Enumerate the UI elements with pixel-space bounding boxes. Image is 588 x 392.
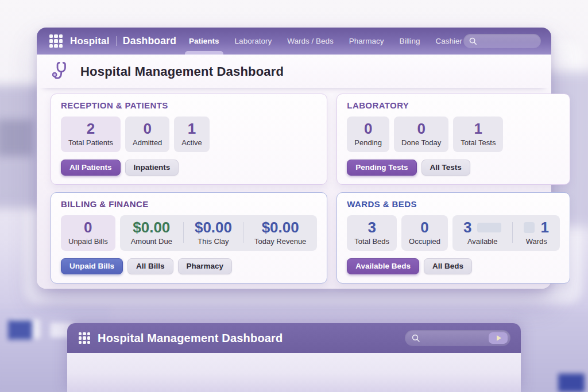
play-icon — [497, 335, 501, 341]
stat-label: Total Tests — [461, 138, 496, 147]
nav-item-patients[interactable]: Patients — [188, 28, 220, 55]
buttons-row: Unpaid Bills All Bills Pharmacy — [61, 251, 317, 274]
all-bills-button[interactable]: All Bills — [127, 258, 173, 274]
stat-this-day: $0.00 This Clay — [184, 219, 243, 246]
secondary-window: Hospital Management Dashboard — [67, 323, 521, 392]
nav-item-wards-beds[interactable]: Wards / Beds — [286, 28, 335, 55]
brand-divider — [116, 36, 117, 46]
search-input[interactable] — [463, 34, 541, 48]
all-patients-button[interactable]: All Patients — [61, 160, 121, 176]
all-beds-button[interactable]: All Beds — [424, 258, 472, 274]
section-title: Dashboard — [123, 35, 176, 47]
nav-items: Patients Laboratory Wards / Beds Pharmac… — [188, 28, 463, 55]
stat-label: Admitted — [133, 138, 162, 147]
search-go-button[interactable] — [489, 332, 508, 344]
secondary-window-body — [67, 353, 521, 392]
stat-unpaid-bills: 0 Unpaid Bills — [61, 215, 115, 251]
search-input[interactable] — [405, 330, 510, 346]
buttons-row: Available Beds All Beds — [347, 251, 560, 274]
page-header: Hospital Management Dashboard — [37, 55, 551, 88]
card-title: BILLING & FINANCE — [61, 199, 317, 209]
stat-label: Total Beds — [354, 237, 389, 246]
skeleton-placeholder — [477, 223, 501, 232]
search-icon — [469, 37, 477, 45]
card-title: WARDS & BEDS — [347, 199, 560, 209]
background-blue-sign — [558, 374, 585, 392]
stats-row: 0 Unpaid Bills $0.00 Amount Due $0.00 Th… — [61, 215, 317, 251]
stat-amount-due: $0.00 Amount Due — [120, 219, 183, 246]
stat-value: 1 — [461, 121, 496, 137]
stat-label: Done Today — [401, 138, 441, 147]
stat-value: $0.00 — [195, 219, 232, 235]
stat-value: 0 — [354, 121, 382, 137]
stat-total-tests: 1 Total Tests — [453, 117, 503, 152]
main-window: Hospital Dashboard Patients Laboratory W… — [37, 28, 551, 289]
stats-row: 0 Pending 0 Done Today 1 Total Tests — [347, 117, 560, 152]
stat-label: Available — [463, 237, 501, 246]
stat-value: 0 — [409, 219, 440, 235]
background-blue-sign — [8, 320, 32, 340]
stat-total-patients: 2 Total Patients — [61, 117, 121, 152]
available-beds-button[interactable]: Available Beds — [347, 258, 419, 274]
stat-label: Active — [181, 138, 202, 147]
stat-value: 1 — [540, 219, 548, 235]
app-grid-icon[interactable] — [79, 332, 90, 344]
all-tests-button[interactable]: All Tests — [421, 160, 470, 176]
top-navbar: Hospital Dashboard Patients Laboratory W… — [37, 28, 551, 55]
inpatients-button[interactable]: Inpatients — [125, 160, 179, 176]
stat-value: 2 — [68, 121, 113, 137]
stethoscope-icon — [52, 61, 73, 83]
card-reception-patients: RECEPTION & PATIENTS 2 Total Patients 0 … — [51, 94, 327, 185]
stat-label: Today Revenue — [254, 237, 306, 246]
stat-total-beds: 3 Total Beds — [347, 215, 397, 251]
pending-tests-button[interactable]: Pending Tests — [347, 160, 416, 176]
nav-item-cashier[interactable]: Cashier — [435, 28, 464, 55]
stat-label: Amount Due — [131, 237, 172, 246]
stat-value: $0.00 — [131, 219, 172, 235]
secondary-window-header: Hospital Management Dashboard — [67, 323, 521, 353]
stats-row: 3 Total Beds 0 Occupied 3 Available — [347, 215, 560, 251]
background-blur-shape — [0, 85, 42, 208]
brand-name: Hospital — [70, 36, 110, 47]
stat-occupied: 0 Occupied — [401, 215, 448, 251]
nav-item-pharmacy[interactable]: Pharmacy — [348, 28, 385, 55]
stat-label: Unpaid Bills — [68, 237, 108, 246]
stat-pending: 0 Pending — [347, 117, 389, 152]
app-grid-icon[interactable] — [49, 34, 63, 48]
card-wards-beds: WARDS & BEDS 3 Total Beds 0 Occupied 3 — [336, 192, 570, 284]
stat-label: Wards — [524, 237, 548, 246]
secondary-window-title: Hospital Management Dashboard — [98, 332, 283, 345]
pharmacy-button[interactable]: Pharmacy — [178, 258, 233, 274]
background-blur-shape — [0, 119, 33, 156]
stats-row: 2 Total Patients 0 Admitted 1 Active — [61, 117, 317, 152]
background-blur-window — [11, 319, 40, 339]
search-icon — [411, 333, 420, 343]
stat-value: 0 — [133, 121, 162, 137]
stat-label: Total Patients — [68, 138, 113, 147]
stat-value: 1 — [181, 121, 202, 137]
page-title: Hospital Management Dashboard — [80, 64, 284, 79]
dashboard-cards: RECEPTION & PATIENTS 2 Total Patients 0 … — [37, 88, 551, 298]
stat-done-today: 0 Done Today — [394, 117, 448, 152]
stat-group-finance: $0.00 Amount Due $0.00 This Clay $0.00 T… — [120, 215, 318, 251]
stat-admitted: 0 Admitted — [125, 117, 169, 152]
unpaid-bills-button[interactable]: Unpaid Bills — [61, 258, 123, 274]
stat-active: 1 Active — [174, 117, 209, 152]
card-title: LABORATORY — [347, 100, 560, 110]
stat-label: Occupied — [409, 237, 440, 246]
stat-value: 0 — [68, 219, 108, 235]
stat-today-revenue: $0.00 Today Revenue — [243, 219, 317, 246]
card-title: RECEPTION & PATIENTS — [61, 100, 317, 110]
stat-value: 0 — [401, 121, 441, 137]
buttons-row: Pending Tests All Tests — [347, 152, 560, 176]
nav-item-billing[interactable]: Billing — [398, 28, 421, 55]
background-blur-building — [512, 311, 588, 392]
card-laboratory: LABORATORY 0 Pending 0 Done Today 1 Tota… — [336, 94, 570, 185]
stat-group-beds: 3 Available 1 Wards — [452, 215, 560, 251]
stat-value: 3 — [463, 219, 471, 235]
stat-available: 3 Available — [452, 219, 512, 246]
nav-item-laboratory[interactable]: Laboratory — [234, 28, 273, 55]
stat-value: $0.00 — [254, 219, 306, 235]
stat-label: This Clay — [195, 237, 232, 246]
buttons-row: All Patients Inpatients — [61, 152, 317, 176]
